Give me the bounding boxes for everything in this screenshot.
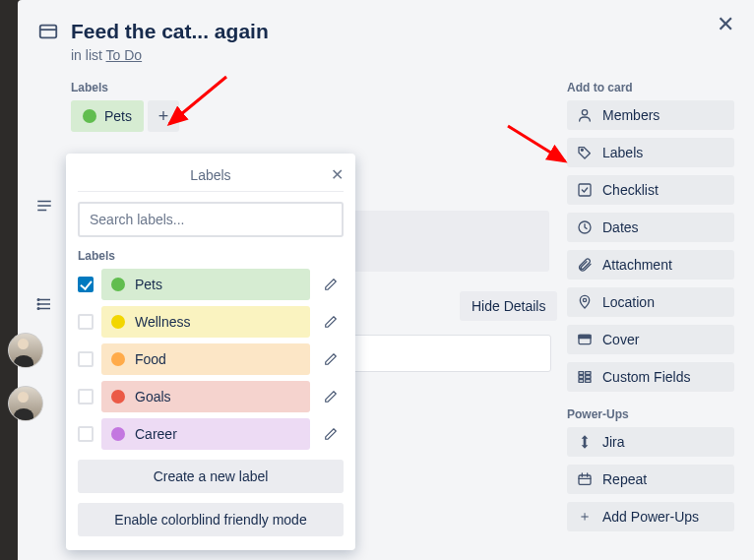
sidebar-item-label: Custom Fields — [602, 369, 690, 385]
label-row-goals: Goals — [78, 381, 344, 412]
label-name: Food — [135, 351, 166, 367]
pin-icon — [577, 294, 593, 310]
user-icon — [577, 107, 593, 123]
powerups-heading: Power-Ups — [567, 407, 734, 421]
check-icon — [577, 182, 593, 198]
svg-rect-0 — [40, 26, 57, 38]
close-card-button[interactable]: ✕ — [717, 14, 734, 35]
edit-label-button[interactable] — [318, 272, 344, 297]
label-checkbox[interactable] — [78, 277, 94, 292]
svg-rect-10 — [579, 376, 584, 379]
label-bar[interactable]: Goals — [101, 381, 310, 412]
powerup-repeat-button[interactable]: Repeat — [567, 465, 734, 494]
svg-rect-15 — [579, 475, 591, 484]
card-icon — [37, 21, 59, 42]
popover-section-label: Labels — [78, 249, 344, 263]
label-bar[interactable]: Pets — [101, 269, 310, 300]
card-sidebar: Add to card MembersLabelsChecklistDatesA… — [567, 81, 734, 539]
description-icon — [35, 197, 53, 219]
labels-popover: Labels ✕ Labels PetsWellnessFoodGoalsCar… — [66, 154, 355, 550]
label-dot — [111, 315, 125, 329]
popover-close-button[interactable]: ✕ — [331, 165, 344, 184]
edit-label-button[interactable] — [318, 346, 344, 372]
sidebar-item-label: Dates — [602, 219, 639, 235]
svg-point-2 — [582, 110, 587, 115]
label-name: Career — [135, 426, 177, 442]
add-powerups-button[interactable]: ＋ Add Power-Ups — [567, 502, 734, 531]
svg-rect-11 — [579, 380, 584, 383]
activity-icon — [35, 295, 53, 318]
svg-point-26 — [37, 303, 39, 305]
label-row-career: Career — [78, 418, 344, 450]
sidebar-item-label: Attachment — [602, 257, 672, 273]
label-checkbox[interactable] — [78, 426, 94, 442]
edit-label-button[interactable] — [318, 309, 344, 335]
label-search-input[interactable] — [78, 202, 344, 237]
card-title[interactable]: Feed the cat... again — [71, 20, 269, 43]
clock-icon — [577, 219, 593, 235]
paperclip-icon — [577, 257, 593, 273]
powerup-jira-button[interactable]: Jira — [567, 427, 734, 457]
sidebar-item-label: Members — [602, 107, 660, 123]
label-bar[interactable]: Wellness — [101, 306, 310, 338]
label-row-pets: Pets — [78, 269, 344, 300]
popover-title: Labels — [190, 167, 230, 183]
sidebar-item-label: Checklist — [602, 182, 659, 198]
edit-label-button[interactable] — [318, 421, 344, 447]
add-to-card-heading: Add to card — [567, 81, 734, 94]
label-row-food: Food — [78, 343, 344, 375]
label-dot — [111, 427, 125, 441]
cover-icon — [577, 332, 593, 347]
svg-rect-13 — [586, 376, 591, 379]
label-name: Wellness — [135, 314, 191, 330]
edit-label-button[interactable] — [318, 384, 344, 409]
label-checkbox[interactable] — [78, 351, 94, 367]
label-chip-text: Pets — [104, 108, 132, 124]
label-row-wellness: Wellness — [78, 306, 344, 338]
svg-point-3 — [581, 149, 583, 151]
tag-icon — [577, 145, 593, 160]
colorblind-mode-button[interactable]: Enable colorblind friendly mode — [78, 503, 344, 536]
label-dot — [111, 352, 125, 366]
sidebar-labels-button[interactable]: Labels — [567, 138, 734, 167]
sidebar-attachment-button[interactable]: Attachment — [567, 250, 734, 280]
plus-icon: ＋ — [577, 509, 593, 525]
sidebar-members-button[interactable]: Members — [567, 100, 734, 130]
hide-details-button[interactable]: Hide Details — [460, 291, 557, 321]
svg-rect-14 — [586, 380, 591, 383]
svg-rect-4 — [579, 184, 591, 196]
sidebar-item-label: Repeat — [602, 471, 647, 487]
label-bar[interactable]: Food — [101, 343, 310, 375]
member-avatar[interactable] — [8, 333, 43, 368]
sidebar-location-button[interactable]: Location — [567, 287, 734, 317]
svg-point-27 — [37, 308, 39, 310]
jira-icon — [577, 434, 593, 450]
svg-rect-9 — [579, 372, 584, 375]
label-bar[interactable]: Career — [101, 418, 310, 450]
svg-rect-12 — [586, 372, 591, 375]
svg-point-25 — [37, 299, 39, 301]
label-checkbox[interactable] — [78, 314, 94, 330]
sidebar-item-label: Location — [602, 294, 655, 310]
sidebar-dates-button[interactable]: Dates — [567, 213, 734, 242]
label-name: Pets — [135, 277, 162, 292]
label-dot — [111, 390, 125, 404]
label-name: Goals — [135, 389, 171, 404]
label-chip-pets[interactable]: Pets — [71, 100, 144, 132]
sidebar-item-label: Labels — [602, 145, 643, 160]
create-label-button[interactable]: Create a new label — [78, 460, 344, 493]
fields-icon — [577, 369, 593, 385]
member-avatar[interactable] — [8, 386, 43, 421]
sidebar-cover-button[interactable]: Cover — [567, 325, 734, 354]
list-link[interactable]: To Do — [106, 47, 143, 63]
label-dot — [83, 109, 96, 123]
sidebar-item-label: Jira — [602, 434, 625, 450]
svg-point-6 — [583, 298, 586, 301]
sidebar-checklist-button[interactable]: Checklist — [567, 175, 734, 205]
sidebar-customfields-button[interactable]: Custom Fields — [567, 362, 734, 392]
add-label-button[interactable]: + — [148, 100, 179, 132]
sidebar-item-label: Cover — [602, 332, 639, 347]
card-subtitle: in list To Do — [71, 47, 734, 63]
label-checkbox[interactable] — [78, 389, 94, 404]
svg-rect-8 — [579, 335, 591, 338]
